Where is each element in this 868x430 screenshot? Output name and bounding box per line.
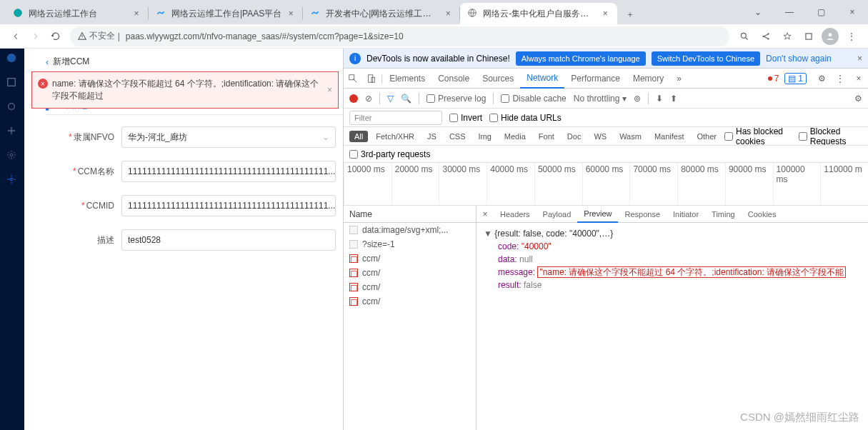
gear-icon[interactable] bbox=[6, 174, 18, 186]
match-language-button[interactable]: Always match Chrome's language bbox=[516, 51, 646, 66]
close-icon[interactable]: × bbox=[857, 54, 862, 64]
gear-icon[interactable] bbox=[6, 150, 18, 161]
tab-response[interactable]: Response bbox=[618, 206, 667, 223]
request-item[interactable]: data:image/svg+xml;... bbox=[344, 223, 476, 237]
record-button[interactable] bbox=[349, 94, 358, 103]
tab-headers[interactable]: Headers bbox=[494, 206, 537, 223]
tab-network[interactable]: Network bbox=[520, 69, 564, 89]
request-item[interactable]: ☐ccm/ bbox=[344, 251, 476, 266]
blocked-cookies-checkbox[interactable]: Has blocked cookies bbox=[724, 127, 796, 146]
disable-cache-checkbox[interactable]: Disable cache bbox=[501, 94, 566, 104]
ccm-id-input[interactable]: 1111111111111111111111111111111111111111… bbox=[121, 195, 336, 216]
extensions-icon[interactable] bbox=[798, 26, 819, 46]
request-item[interactable]: ☐ccm/ bbox=[344, 294, 476, 309]
search-icon[interactable] bbox=[734, 26, 755, 46]
browser-tab[interactable]: 网络云运维工作台|PAAS平台 × bbox=[149, 3, 303, 24]
type-media[interactable]: Media bbox=[499, 131, 531, 142]
download-icon[interactable]: ⬇ bbox=[656, 94, 663, 104]
reload-button[interactable] bbox=[46, 26, 66, 46]
preserve-log-checkbox[interactable]: Preserve log bbox=[426, 94, 486, 104]
tab-sources[interactable]: Sources bbox=[476, 69, 520, 89]
error-count-badge[interactable]: 7 bbox=[768, 74, 779, 84]
type-other[interactable]: Other bbox=[692, 131, 722, 142]
close-icon[interactable]: × bbox=[286, 9, 296, 19]
message-count-badge[interactable]: ▤ 1 bbox=[784, 73, 807, 84]
close-icon[interactable]: × bbox=[477, 209, 494, 219]
type-img[interactable]: Img bbox=[474, 131, 497, 142]
svg-point-13 bbox=[10, 154, 13, 156]
close-icon[interactable]: × bbox=[837, 0, 868, 24]
tab-cookies[interactable]: Cookies bbox=[742, 206, 783, 223]
new-tab-button[interactable]: ＋ bbox=[620, 4, 640, 24]
tab-performance[interactable]: Performance bbox=[564, 69, 627, 89]
device-icon[interactable] bbox=[362, 74, 381, 84]
sidebar-item[interactable] bbox=[6, 101, 18, 113]
more-tabs-icon[interactable]: » bbox=[670, 69, 688, 89]
back-button[interactable] bbox=[6, 26, 26, 46]
chevron-down-icon[interactable]: ⌄ bbox=[742, 0, 774, 24]
sidebar-item[interactable] bbox=[6, 126, 18, 137]
type-js[interactable]: JS bbox=[422, 131, 442, 142]
type-font[interactable]: Font bbox=[534, 131, 559, 142]
request-item[interactable]: ?size=-1 bbox=[344, 237, 476, 251]
type-fetch[interactable]: Fetch/XHR bbox=[371, 131, 419, 142]
request-list-header[interactable]: Name bbox=[344, 206, 476, 223]
third-party-checkbox[interactable]: 3rd-party requests bbox=[349, 149, 430, 159]
close-icon[interactable]: × bbox=[327, 85, 332, 95]
forward-button[interactable] bbox=[26, 26, 46, 46]
close-icon[interactable]: × bbox=[131, 9, 141, 19]
sidebar-item[interactable] bbox=[6, 77, 18, 89]
close-icon[interactable]: × bbox=[849, 74, 868, 84]
tab-preview[interactable]: Preview bbox=[577, 206, 618, 223]
tab-initiator[interactable]: Initiator bbox=[667, 206, 705, 223]
maximize-icon[interactable]: ▢ bbox=[805, 0, 837, 24]
browser-tab[interactable]: 网络云运维工作台 × bbox=[6, 3, 149, 24]
browser-tab-active[interactable]: 网络云-集中化租户自服务平台 × bbox=[460, 3, 617, 24]
close-icon[interactable]: × bbox=[600, 9, 610, 19]
type-manifest[interactable]: Manifest bbox=[649, 131, 689, 142]
switch-chinese-button[interactable]: Switch DevTools to Chinese bbox=[652, 51, 760, 66]
gear-icon[interactable]: ⚙ bbox=[854, 94, 862, 104]
menu-icon[interactable]: ⋮ bbox=[831, 74, 849, 84]
type-css[interactable]: CSS bbox=[444, 131, 471, 142]
network-timeline[interactable]: 10000 ms 20000 ms 30000 ms 40000 ms 5000… bbox=[344, 163, 868, 206]
filter-icon[interactable]: ▽ bbox=[387, 94, 394, 104]
description-input[interactable]: test0528 bbox=[121, 229, 336, 251]
breadcrumb[interactable]: ‹ 新增CCM bbox=[46, 56, 343, 68]
minimize-icon[interactable]: — bbox=[774, 0, 805, 24]
gear-icon[interactable]: ⚙ bbox=[812, 74, 831, 84]
close-icon[interactable]: × bbox=[443, 9, 453, 19]
invert-checkbox[interactable]: Invert bbox=[449, 113, 482, 123]
upload-icon[interactable]: ⬆ bbox=[670, 94, 677, 104]
type-ws[interactable]: WS bbox=[589, 131, 612, 142]
throttling-select[interactable]: No throttling ▾ bbox=[574, 94, 627, 104]
tab-timing[interactable]: Timing bbox=[705, 206, 742, 223]
tab-console[interactable]: Console bbox=[431, 69, 476, 89]
inspect-icon[interactable] bbox=[344, 74, 362, 84]
nfvo-select[interactable]: 华为-河北_廊坊⌄ bbox=[121, 126, 336, 148]
menu-icon[interactable]: ⋮ bbox=[841, 26, 862, 46]
response-preview[interactable]: ▼ {result: false, code: "40000",…} code:… bbox=[477, 223, 868, 296]
wifi-icon[interactable]: ⊚ bbox=[634, 94, 641, 104]
request-item[interactable]: ☐ccm/ bbox=[344, 280, 476, 294]
request-item[interactable]: ☐ccm/ bbox=[344, 266, 476, 280]
type-all[interactable]: All bbox=[349, 131, 368, 142]
ccm-name-input[interactable]: 1111111111111111111111111111111111111111… bbox=[121, 161, 336, 182]
blocked-requests-checkbox[interactable]: Blocked Requests bbox=[799, 127, 862, 146]
tab-elements[interactable]: Elements bbox=[383, 69, 431, 89]
type-doc[interactable]: Doc bbox=[562, 131, 587, 142]
search-icon[interactable]: 🔍 bbox=[401, 94, 411, 104]
filter-input[interactable]: Filter bbox=[349, 111, 442, 125]
hide-data-urls-checkbox[interactable]: Hide data URLs bbox=[489, 113, 562, 123]
back-icon[interactable]: ‹ bbox=[46, 57, 49, 67]
share-icon[interactable] bbox=[755, 26, 777, 46]
omnibox[interactable]: 不安全 | paas.wlyywgzt.com/t/nfvo-manage_sa… bbox=[70, 26, 729, 46]
clear-icon[interactable]: ⊘ bbox=[365, 94, 372, 104]
browser-tab[interactable]: 开发者中心|网络云运维工作台 × bbox=[303, 3, 460, 24]
tab-memory[interactable]: Memory bbox=[627, 69, 670, 89]
type-wasm[interactable]: Wasm bbox=[614, 131, 647, 142]
dont-show-link[interactable]: Don't show again bbox=[766, 54, 832, 64]
bookmark-icon[interactable] bbox=[777, 26, 798, 46]
profile-avatar[interactable] bbox=[819, 26, 841, 46]
tab-payload[interactable]: Payload bbox=[537, 206, 578, 223]
